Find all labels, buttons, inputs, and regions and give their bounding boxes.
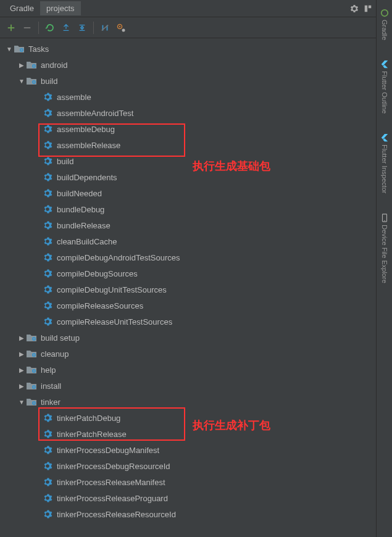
tree-label: compileReleaseUnitTestSources xyxy=(57,317,172,327)
tree-label: tinkerProcessDebugResourceId xyxy=(57,462,170,471)
tree-label: tinkerProcessReleaseManifest xyxy=(57,478,165,487)
gear-icon xyxy=(42,428,53,439)
hide-icon[interactable] xyxy=(364,4,372,13)
toolbar xyxy=(0,17,376,38)
folder-icon xyxy=(26,332,37,343)
gear-icon xyxy=(42,123,53,135)
tree-label: tinker xyxy=(41,398,60,407)
gradle-tree[interactable]: ▼ Tasks ▶android▼buildassembleassembleAn… xyxy=(0,38,376,537)
gear-icon xyxy=(42,139,53,151)
tree-folder-help[interactable]: ▶help xyxy=(0,362,376,378)
tree-label: tinkerProcessDebugManifest xyxy=(57,446,159,455)
tree-task-compiledebugunittestsources[interactable]: compileDebugUnitTestSources xyxy=(0,281,376,298)
tree-label: build setup xyxy=(41,333,80,343)
chevron-right-icon: ▶ xyxy=(17,383,26,389)
tree-task-compilereleasesources[interactable]: compileReleaseSources xyxy=(0,298,376,314)
folder-icon xyxy=(26,75,37,86)
folder-icon xyxy=(26,348,37,359)
chevron-right-icon: ▶ xyxy=(17,335,26,341)
chevron-down-icon: ▼ xyxy=(5,46,14,52)
svg-point-12 xyxy=(384,220,385,220)
tree-task-tinkerprocessreleaseproguard[interactable]: tinkerProcessReleaseProguard xyxy=(0,490,376,506)
side-tool-gradle[interactable]: Gradle xyxy=(379,5,390,44)
tab-projects[interactable]: projects xyxy=(40,1,81,15)
side-tool-device-explorer[interactable]: Device File Explore xyxy=(379,210,390,287)
attach-button[interactable] xyxy=(59,20,73,35)
tree-task-assembleandroidtest[interactable]: assembleAndroidTest xyxy=(0,105,376,121)
gear-icon xyxy=(42,204,53,215)
tree-folder-cleanup[interactable]: ▶cleanup xyxy=(0,346,376,362)
tree-task-tinkerpatchdebug[interactable]: tinkerPatchDebug xyxy=(0,410,376,426)
gear-icon[interactable] xyxy=(350,4,359,13)
tree-task-bundledebug[interactable]: bundleDebug xyxy=(0,201,376,217)
tree-task-tinkerprocessreleaseresourceid[interactable]: tinkerProcessReleaseResourceId xyxy=(0,506,376,522)
tree-task-assemblerelease[interactable]: assembleRelease xyxy=(0,137,376,153)
device-icon xyxy=(380,214,389,222)
gear-icon xyxy=(42,156,53,167)
gear-icon xyxy=(42,316,53,327)
tree-folder-android[interactable]: ▶android xyxy=(0,57,376,73)
side-tool-flutter-outline[interactable]: Flutter Outline xyxy=(379,56,390,117)
tree-task-build[interactable]: build xyxy=(0,153,376,169)
flutter-icon xyxy=(380,60,389,69)
chevron-right-icon: ▶ xyxy=(17,62,26,69)
gear-icon xyxy=(42,509,53,520)
tree-label: tinkerProcessReleaseProguard xyxy=(57,494,168,503)
tree-task-tinkerprocessdebugresourceid[interactable]: tinkerProcessDebugResourceId xyxy=(0,458,376,474)
panel-header: Gradle projects xyxy=(0,0,376,17)
gear-icon xyxy=(42,477,53,488)
tree-task-tinkerprocessreleasemanifest[interactable]: tinkerProcessReleaseManifest xyxy=(0,474,376,490)
add-button[interactable] xyxy=(4,20,19,35)
tree-task-assemble[interactable]: assemble xyxy=(0,89,376,105)
tree-label: build xyxy=(57,157,73,166)
tree-label: build xyxy=(41,77,57,86)
separator xyxy=(38,22,39,34)
tree-label: assembleRelease xyxy=(57,141,120,150)
side-tool-flutter-inspector[interactable]: Flutter Inspector xyxy=(379,130,390,197)
tree-label: buildNeeded xyxy=(57,189,102,198)
tree-label: assemble xyxy=(57,93,91,102)
tree-task-compiledebugsources[interactable]: compileDebugSources xyxy=(0,265,376,281)
tree-task-buildneeded[interactable]: buildNeeded xyxy=(0,185,376,201)
tree-folder-build[interactable]: ▼build xyxy=(0,73,376,89)
tree-label: compileDebugSources xyxy=(57,269,138,278)
tree-node-tasks[interactable]: ▼ Tasks xyxy=(0,41,376,57)
tree-task-tinkerprocessdebugmanifest[interactable]: tinkerProcessDebugManifest xyxy=(0,442,376,458)
chevron-down-icon: ▼ xyxy=(17,78,26,85)
remove-button[interactable] xyxy=(20,20,35,35)
refresh-button[interactable] xyxy=(43,20,57,35)
tree-task-compiledebugandroidtestsources[interactable]: compileDebugAndroidTestSources xyxy=(0,249,376,265)
gear-icon xyxy=(42,252,53,263)
tree-label: install xyxy=(41,381,61,391)
chevron-down-icon: ▼ xyxy=(17,399,26,406)
tree-label: bundleDebug xyxy=(57,205,104,214)
tree-task-tinkerpatchrelease[interactable]: tinkerPatchRelease xyxy=(0,426,376,442)
main-panel: Gradle projects xyxy=(0,0,376,537)
tree-task-assembledebug[interactable]: assembleDebug xyxy=(0,121,376,137)
tree-task-compilereleaseunittestsources[interactable]: compileReleaseUnitTestSources xyxy=(0,314,376,330)
tree-label: compileDebugAndroidTestSources xyxy=(57,253,180,262)
tree-label: compileReleaseSources xyxy=(57,301,143,310)
side-tool-label: Device File Explore xyxy=(381,225,388,283)
tree-label: bundleRelease xyxy=(57,221,111,230)
tree-task-cleanbuildcache[interactable]: cleanBuildCache xyxy=(0,233,376,249)
separator xyxy=(93,22,94,34)
tree-folder-tinker[interactable]: ▼tinker xyxy=(0,394,376,410)
tree-label: assembleAndroidTest xyxy=(57,109,133,118)
gear-icon xyxy=(42,188,53,199)
tree-folder-install[interactable]: ▶install xyxy=(0,378,376,394)
expand-button[interactable] xyxy=(75,20,90,35)
tab-gradle[interactable]: Gradle xyxy=(4,1,40,15)
tree-task-bundlerelease[interactable]: bundleRelease xyxy=(0,217,376,233)
tree-label: cleanBuildCache xyxy=(57,237,117,246)
header-actions xyxy=(350,4,372,13)
chevron-right-icon: ▶ xyxy=(17,367,26,373)
tree-task-builddependents[interactable]: buildDependents xyxy=(0,169,376,185)
offline-button[interactable] xyxy=(98,20,112,35)
task-settings-button[interactable] xyxy=(114,20,128,35)
tree-label: assembleDebug xyxy=(57,125,115,134)
gear-icon xyxy=(42,444,53,456)
tree-label: tinkerPatchRelease xyxy=(57,430,127,439)
tree-folder-build-setup[interactable]: ▶build setup xyxy=(0,330,376,346)
tree-label: tinkerProcessReleaseResourceId xyxy=(57,510,176,519)
